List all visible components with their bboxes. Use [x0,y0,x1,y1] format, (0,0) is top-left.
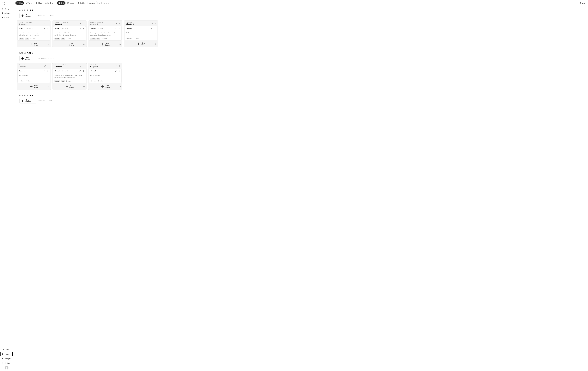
tag[interactable]: Lorem [19,38,24,40]
tag[interactable]: sed [96,38,100,40]
scene-summary[interactable]: Lorem ipsum dolor sit amet, consectetur … [54,32,84,36]
view-matrix[interactable]: Matrix [66,1,76,5]
add-label-button[interactable]: Label [65,80,71,82]
edit-chapter-button[interactable] [44,65,46,67]
add-label-button[interactable]: Label [65,38,71,40]
new-scene-button[interactable]: New Scene [29,42,38,46]
chapter-menu-button[interactable] [47,22,49,25]
tag[interactable]: Lorem [90,38,96,40]
edit-act-button[interactable] [32,56,34,61]
new-scene-button[interactable]: New Scene [29,85,38,88]
outline-icon [78,2,79,4]
import-scene-button[interactable] [83,86,85,88]
tag-icon [30,38,32,39]
scene-menu-button[interactable] [82,27,85,30]
mode-plan[interactable]: Plan [15,1,24,5]
edit-chapter-button[interactable] [80,65,82,67]
chapter-menu-button[interactable] [83,65,85,67]
import-scene-button[interactable] [47,85,50,88]
mode-review[interactable]: Review [43,1,54,5]
chats-icon [2,16,3,18]
new-chapter-button[interactable]: New Chapter [20,13,32,18]
scene-summary[interactable]: Lorem ipsum dolor sit amet, consectetur … [19,32,49,36]
act-menu-button[interactable] [34,13,36,18]
chapter-menu-button[interactable] [118,65,121,67]
scene-menu-button[interactable] [82,70,85,72]
view-button[interactable]: View [579,1,586,5]
chapter-menu-button[interactable] [47,65,49,67]
sidebar-item-prompts[interactable]: Prompts [0,357,13,361]
scene-summary[interactable]: Add summary... [90,74,120,79]
new-scene-button[interactable]: New Scene [101,42,110,46]
add-label-button[interactable]: Label [133,38,139,39]
search-input[interactable] [96,1,124,5]
new-scene-button[interactable]: New Scene [101,85,110,88]
scene-menu-button[interactable] [118,70,121,72]
import-scene-button[interactable] [83,43,85,45]
tag[interactable]: sed [25,38,29,40]
add-label-button[interactable]: Label [30,38,36,40]
new-chapter-button[interactable]: New Chapter [20,56,32,61]
add-codex-button[interactable]: Codex [90,80,97,82]
view-label: Grid [61,2,64,4]
scene-summary[interactable]: Add summary... [126,32,156,36]
scene-menu-button[interactable] [154,27,156,30]
edit-chapter-button[interactable] [44,22,46,25]
import-scene-button[interactable] [118,43,121,45]
sidebar-item-snippets[interactable]: Snippets [0,11,13,15]
back-button[interactable] [2,2,5,5]
scene-menu-button[interactable] [118,27,121,30]
edit-act-button[interactable] [32,13,34,18]
act-menu-button[interactable] [34,56,36,61]
scene-menu-button[interactable] [46,27,49,30]
edit-chapter-button[interactable] [80,22,82,25]
import-scene-button[interactable] [47,43,50,45]
import-scene-button[interactable] [154,43,157,45]
scene-summary[interactable]: Add summary... [19,74,49,79]
edit-scene-button[interactable] [79,27,82,30]
chapter-label: Chapter 7 [90,64,115,66]
sidebar-item-codex[interactable]: Codex [0,7,13,11]
view-outline[interactable]: Outline [76,1,87,5]
tag[interactable]: Lorem [54,80,60,82]
scene-summary[interactable]: Lorem ipsum dolor sit amet, consectetur … [90,32,120,36]
chapter-menu-button[interactable] [154,22,157,25]
tag[interactable]: sed [61,80,65,82]
tag[interactable]: Lorem [54,38,60,40]
import-scene-button[interactable] [118,85,121,88]
chapter-menu-button[interactable] [118,22,121,25]
edit-scene-button[interactable] [79,70,82,72]
add-codex-button[interactable]: Codex [19,80,25,82]
edit-scene-button[interactable] [115,70,117,72]
add-codex-button[interactable]: Codex [126,38,133,39]
edit-scene-button[interactable] [43,27,46,30]
mode-write[interactable]: Write [24,1,34,5]
avatar[interactable] [5,366,9,370]
sidebar-item-export[interactable]: Export [0,352,13,356]
scene-summary[interactable]: Amet risus nullam eget felis. Lorem done… [54,74,84,79]
edit-chapter-button[interactable] [115,22,118,25]
mode-chat[interactable]: Chat [34,1,43,5]
chapter-menu-button[interactable] [83,22,85,25]
new-scene-button[interactable]: New Scene [65,42,74,46]
sidebar-item-chats[interactable]: Chats [0,16,13,19]
add-label-button[interactable]: Label [97,80,104,82]
new-scene-button[interactable]: New Scene [137,42,146,46]
edit-chapter-button[interactable] [115,65,118,67]
edit-scene-button[interactable] [150,27,153,30]
edit-chapter-button[interactable] [151,22,154,25]
edit-scene-button[interactable] [43,70,46,72]
sidebar-item-settings[interactable]: Settings [0,361,13,365]
act-menu-button[interactable] [34,98,36,103]
edit-scene-button[interactable] [115,27,117,30]
add-label-button[interactable]: Label [26,80,32,82]
view-grid[interactable]: Grid [57,1,65,5]
scene-title: Scene 1 [19,70,24,72]
add-label-button[interactable]: Label [101,38,107,40]
edit-act-button[interactable] [32,98,34,103]
tag[interactable]: sed [61,38,65,40]
scene-menu-button[interactable] [46,70,49,72]
sidebar-item-saved[interactable]: Saved [0,348,13,351]
new-chapter-button[interactable]: New Chapter [20,98,32,103]
new-scene-button[interactable]: New Scene [65,85,74,88]
